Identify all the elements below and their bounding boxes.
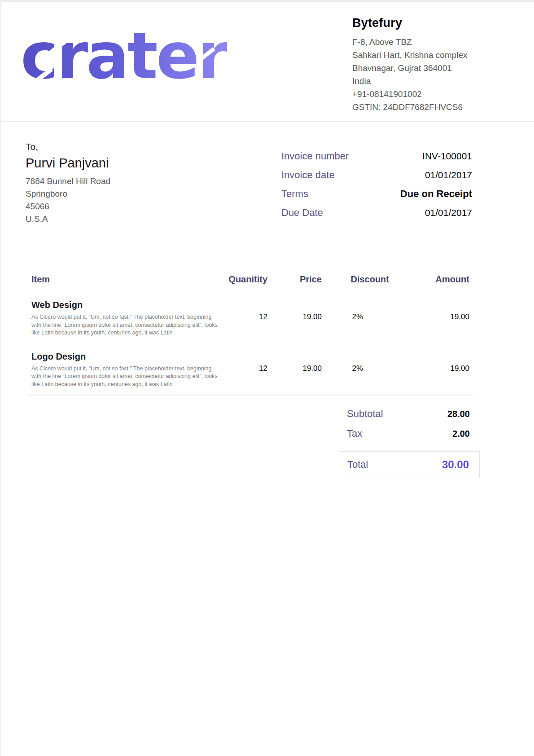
terms-value: Due on Receipt (358, 188, 472, 199)
invoice-date-label: Invoice date (281, 169, 349, 180)
item-price: 19.00 (267, 351, 322, 389)
item-description-line: with the line “Lorem ipsum dolor sit ame… (31, 321, 214, 330)
crater-logo: crater (21, 30, 227, 88)
item-amount: 19.00 (389, 351, 469, 389)
item-amount: 19.00 (389, 299, 469, 337)
invoice-info-section: To, Purvi Panjvani 7884 Bunnel Hill Road… (0, 122, 534, 270)
item-description-line: like Latin because in its youth, centuri… (31, 381, 214, 389)
due-date-label: Due Date (281, 207, 349, 218)
company-address-line: Sahkari Hart, Krishna complex (352, 48, 468, 62)
item-description: As Cicero would put it, “Um, not so fast… (31, 313, 214, 337)
item-description-line: like Latin because in its youth, centuri… (31, 329, 214, 337)
item-description: As Cicero would put it, “Um, not so fast… (31, 365, 214, 389)
due-date-value: 01/01/2017 (358, 207, 472, 218)
company-phone: +91-08141901002 (352, 88, 468, 101)
item-description-line: As Cicero would put it, “Um, not so fast… (31, 365, 214, 373)
invoice-meta: Invoice number INV-100001 Invoice date 0… (281, 150, 472, 218)
item-description-line: As Cicero would put it, “Um, not so fast… (31, 313, 214, 321)
invoice-date-value: 01/01/2017 (358, 169, 472, 180)
company-address-line: Bhavnagar, Gujrat 364001 (352, 62, 468, 75)
terms-label: Terms (281, 188, 349, 199)
table-bottom-divider (27, 395, 473, 396)
item-quantity: 12 (214, 351, 267, 389)
company-gstin: GSTIN: 24DDF7682FHVCS6 (352, 101, 468, 114)
tax-label: Tax (347, 428, 362, 440)
subtotal-label: Subtotal (347, 408, 383, 420)
item-quantity: 12 (214, 299, 267, 337)
tax-row: Tax 2.00 (347, 428, 470, 440)
column-header-price: Price (267, 274, 322, 285)
item-discount: 2% (322, 351, 389, 389)
column-header-amount: Amount (389, 274, 469, 285)
column-header-item: Item (27, 274, 214, 285)
item-cell: Logo Design As Cicero would put it, “Um,… (27, 351, 214, 389)
subtotal-row: Subtotal 28.00 (347, 408, 470, 420)
tax-value: 2.00 (452, 429, 470, 439)
company-address-line: India (352, 75, 468, 88)
invoice-number-value: INV-100001 (358, 150, 472, 162)
total-box: Total 30.00 (340, 451, 480, 478)
totals-section: Subtotal 28.00 Tax 2.00 Total 30.00 (27, 408, 473, 478)
company-block: Bytefury F-8, Above TBZ Sahkari Hart, Kr… (352, 16, 468, 114)
subtotal-value: 28.00 (447, 409, 470, 419)
item-cell: Web Design As Cicero would put it, “Um, … (27, 299, 214, 337)
item-discount: 2% (322, 299, 389, 337)
item-description-line: with the line “Lorem ipsum dolor sit ame… (31, 373, 214, 381)
company-address: F-8, Above TBZ Sahkari Hart, Krishna com… (352, 35, 468, 114)
table-row: Logo Design As Cicero would put it, “Um,… (27, 351, 473, 389)
item-name: Web Design (31, 299, 214, 311)
total-label: Total (347, 459, 368, 470)
column-header-discount: Discount (322, 274, 389, 285)
column-header-quantity: Quanitity (214, 274, 267, 285)
item-name: Logo Design (31, 351, 214, 362)
invoice-page: crater Bytefury F-8, Above TBZ Sahkari H… (0, 0, 534, 756)
table-row: Web Design As Cicero would put it, “Um, … (27, 299, 473, 337)
items-table: Item Quanitity Price Discount Amount Web… (27, 274, 473, 478)
items-table-header: Item Quanitity Price Discount Amount (27, 274, 473, 285)
invoice-number-label: Invoice number (281, 150, 349, 162)
company-name: Bytefury (352, 16, 468, 30)
total-value: 30.00 (442, 458, 469, 471)
invoice-header: crater Bytefury F-8, Above TBZ Sahkari H… (0, 0, 534, 122)
item-price: 19.00 (267, 299, 322, 337)
crater-logo-text: crater (21, 19, 227, 93)
company-address-line: F-8, Above TBZ (352, 35, 468, 48)
